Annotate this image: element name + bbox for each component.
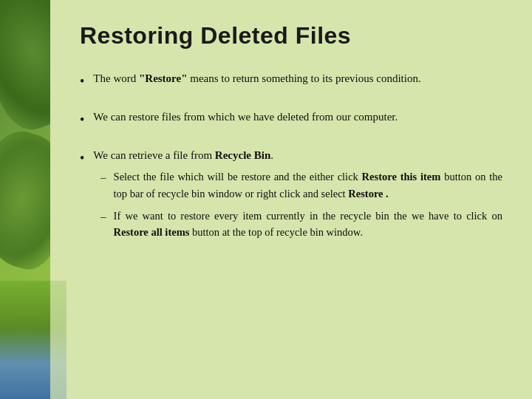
slide-title: Restoring Deleted Files [80,22,502,50]
bullet-dot: • [80,110,84,131]
sub-list-item: – Select the file which will be restore … [100,168,502,202]
bold-restore-all-items: Restore all items [114,226,190,238]
bold-restore-dot: Restore . [348,188,389,200]
sub-list: – Select the file which will be restore … [93,168,502,241]
list-item: • We can retrieve a file from Recycle Bi… [80,147,502,247]
bullet-list: • The word "Restore" means to return som… [80,70,502,247]
bold-recycle-bin: Recycle Bin [215,149,270,161]
bullet-dot: • [80,149,84,169]
sub-dash: – [100,208,106,225]
sub-text: If we want to restore every item current… [114,208,502,241]
sub-dash: – [100,169,106,185]
sub-text: Select the file which will be restore an… [114,168,502,202]
bullet-text: We can restore files from which we have … [93,109,502,126]
list-item: • We can restore files from which we hav… [80,109,502,131]
bullet-text: We can retrieve a file from Recycle Bin.… [93,147,502,247]
list-item: • The word "Restore" means to return som… [80,70,502,92]
bold-restore: "Restore" [139,72,188,84]
bullet-dot: • [80,72,84,92]
content-area: Restoring Deleted Files • The word "Rest… [50,0,532,399]
sub-list-item: – If we want to restore every item curre… [100,208,502,241]
bold-restore-this-item: Restore this item [362,171,441,183]
bullet-text: The word "Restore" means to return somet… [93,70,502,87]
